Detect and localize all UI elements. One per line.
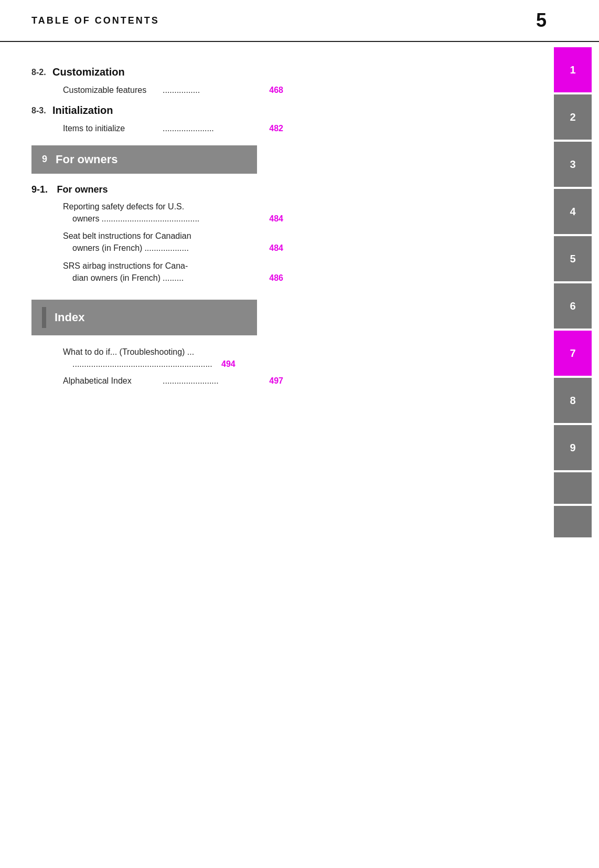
entry-dots: ........................................…	[72, 358, 212, 370]
entry-page: 468	[262, 84, 283, 96]
chapter-9-num: 9	[42, 154, 47, 165]
dot-leader: ................	[163, 84, 260, 96]
entry-line-1: What to do if... (Troubleshooting) ...	[63, 346, 283, 358]
section-9-1-header: 9-1. For owners	[31, 184, 515, 195]
sidebar-tab-3-label: 3	[570, 158, 575, 171]
page: TABLE OF CONTENTS 5 8-2. Customization C…	[0, 0, 599, 868]
sidebar-tab-blank-2	[554, 506, 592, 537]
sidebar-tab-4[interactable]: 4	[554, 189, 592, 234]
section-8-2-header: 8-2. Customization	[31, 66, 515, 78]
page-header: TABLE OF CONTENTS 5	[0, 0, 599, 42]
dot-leader: ...................	[144, 242, 260, 254]
entry-line-2-text: owners	[72, 213, 100, 225]
section-9-1-title: For owners	[57, 184, 108, 195]
index-box: Index	[31, 300, 257, 335]
entry-line-1: Reporting safety defects for U.S.	[63, 200, 283, 213]
entry-seat-belt: Seat belt instructions for Canadian owne…	[31, 230, 283, 254]
sidebar-tab-blank-1	[554, 472, 592, 504]
dot-leader: .........	[163, 272, 260, 284]
entry-reporting-safety: Reporting safety defects for U.S. owners…	[31, 200, 283, 225]
entry-page: 484	[262, 213, 283, 225]
entry-page: 482	[262, 123, 283, 134]
entry-line-2-text: dian owners (in French)	[72, 272, 161, 284]
sidebar-tab-2-label: 2	[570, 111, 575, 123]
entry-alphabetical-index: Alphabetical Index .....................…	[31, 375, 283, 387]
entry-text: Customizable features	[63, 84, 161, 96]
section-9-1-num: 9-1.	[31, 184, 50, 195]
entry-text: Items to initialize	[63, 123, 161, 134]
entry-line-2: ........................................…	[63, 358, 283, 370]
sidebar-tab-9[interactable]: 9	[554, 425, 592, 470]
right-sidebar: 1 2 3 4 5 6 7 8 9	[547, 42, 599, 868]
entry-line-1: SRS airbag instructions for Cana-	[63, 260, 283, 272]
entry-srs-airbag: SRS airbag instructions for Cana- dian o…	[31, 260, 283, 284]
sidebar-tab-6-label: 6	[570, 300, 575, 312]
section-8-3-header: 8-3. Initialization	[31, 104, 515, 117]
dot-leader: ........................	[163, 375, 260, 387]
chapter-9-title: For owners	[56, 153, 118, 166]
entry-line-2: owners .................................…	[63, 213, 283, 225]
sidebar-tab-9-label: 9	[570, 442, 575, 454]
sidebar-tab-1[interactable]: 1	[554, 47, 592, 92]
section-8-2-num: 8-2.	[31, 68, 52, 77]
main-content: 8-2. Customization Customizable features…	[0, 42, 599, 868]
sidebar-tab-6[interactable]: 6	[554, 283, 592, 329]
entry-line-2-text: owners (in French)	[72, 242, 142, 254]
entry-line-1: Seat belt instructions for Canadian	[63, 230, 283, 242]
index-title: Index	[55, 311, 84, 324]
sidebar-tab-7[interactable]: 7	[554, 331, 592, 376]
section-8-3-title: Initialization	[52, 104, 113, 117]
index-box-bar	[42, 307, 46, 328]
entry-page: 494	[215, 358, 236, 370]
dot-leader: ......................	[163, 123, 260, 134]
sidebar-tab-5-label: 5	[570, 253, 575, 265]
entry-line-2: dian owners (in French) ......... 486	[63, 272, 283, 284]
entry-text: Alphabetical Index	[63, 375, 161, 387]
entry-page: 484	[262, 242, 283, 254]
sidebar-tab-2[interactable]: 2	[554, 94, 592, 140]
sidebar-tab-8-label: 8	[570, 395, 575, 407]
entry-page: 486	[262, 272, 283, 284]
page-number: 5	[536, 9, 547, 31]
entry-troubleshooting: What to do if... (Troubleshooting) ... .…	[31, 346, 283, 370]
section-8-2-title: Customization	[52, 66, 125, 78]
entry-customizable-features: Customizable features ................ 4…	[31, 84, 283, 96]
sidebar-tab-8[interactable]: 8	[554, 378, 592, 423]
chapter-9-box: 9 For owners	[31, 145, 257, 174]
toc-content: 8-2. Customization Customizable features…	[0, 42, 547, 868]
dot-leader: ........................................…	[102, 213, 260, 225]
section-8-3-num: 8-3.	[31, 106, 52, 115]
sidebar-tab-5[interactable]: 5	[554, 236, 592, 281]
header-title: TABLE OF CONTENTS	[31, 15, 159, 26]
sidebar-tab-4-label: 4	[570, 206, 575, 218]
sidebar-tab-1-label: 1	[570, 64, 575, 76]
sidebar-tab-7-label: 7	[570, 347, 575, 359]
entry-line-2: owners (in French) ................... 4…	[63, 242, 283, 254]
entry-items-to-initialize: Items to initialize ....................…	[31, 123, 283, 134]
entry-page: 497	[262, 375, 283, 387]
sidebar-tab-3[interactable]: 3	[554, 142, 592, 187]
